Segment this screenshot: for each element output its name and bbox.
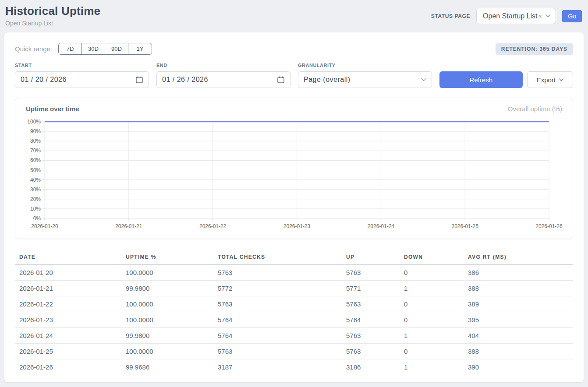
table-cell: 5764 (342, 312, 400, 328)
svg-text:2026-01-26: 2026-01-26 (535, 223, 563, 229)
quick-range-label: Quick range: (15, 45, 52, 53)
clear-selection-icon[interactable]: × (538, 12, 542, 20)
table-cell: 3186 (342, 359, 400, 375)
svg-text:10%: 10% (30, 206, 41, 212)
table-cell: 386 (464, 265, 573, 281)
table-row: 2026-01-25100.0000576357630388 (15, 344, 573, 359)
table-cell: 2026-01-25 (15, 344, 121, 359)
svg-text:70%: 70% (30, 148, 41, 154)
table-cell: 2026-01-26 (15, 359, 121, 375)
calendar-icon[interactable] (135, 76, 143, 84)
table-cell: 5763 (342, 328, 400, 344)
column-header: UPTIME % (121, 250, 213, 265)
table-cell: 5764 (213, 312, 342, 328)
table-cell: 100.0000 (121, 265, 213, 281)
table-row: 2026-01-2699.9686318731861390 (15, 359, 573, 375)
table-row: 2026-01-2499.9800576457631404 (15, 328, 573, 344)
table-cell: 2026-01-24 (15, 328, 121, 344)
export-button[interactable]: Export (527, 71, 573, 88)
table-cell: 0 (400, 344, 464, 359)
title-block: Historical Uptime Open Startup List (5, 4, 100, 27)
chart-legend-label: Overall uptime (%) (508, 105, 562, 113)
quick-range-30d[interactable]: 30D (82, 43, 105, 54)
chart-title: Uptime over time (26, 105, 79, 113)
column-header: DATE (15, 250, 121, 265)
table-cell: 100.0000 (121, 344, 213, 359)
svg-text:2026-01-22: 2026-01-22 (199, 223, 227, 229)
table-cell: 5763 (342, 344, 400, 359)
table-row: 2026-01-2199.9800577257711388 (15, 281, 573, 296)
table-cell: 2026-01-21 (15, 281, 121, 296)
retention-badge: RETENTION: 365 DAYS (496, 43, 573, 55)
status-page-value: Open Startup List (483, 12, 538, 20)
table-cell: 388 (464, 344, 573, 359)
table-cell: 2026-01-20 (15, 265, 121, 281)
quick-range-7d[interactable]: 7D (59, 43, 82, 54)
table-cell: 99.9800 (121, 328, 213, 344)
column-header: UP (342, 250, 400, 265)
end-date-input[interactable]: 01 / 26 / 2026 (156, 71, 290, 88)
page-title: Historical Uptime (5, 4, 100, 18)
svg-text:30%: 30% (30, 186, 41, 193)
svg-text:90%: 90% (30, 128, 41, 134)
end-date-value: 01 / 26 / 2026 (162, 76, 208, 84)
table-cell: 2026-01-22 (15, 296, 121, 312)
table-cell: 5763 (213, 296, 342, 312)
table-cell: 100.0000 (121, 312, 213, 328)
table-cell: 3187 (213, 359, 342, 375)
export-label: Export (537, 76, 556, 84)
quick-range-1y[interactable]: 1Y (128, 43, 152, 54)
page-subtitle: Open Startup List (5, 20, 100, 27)
uptime-line-chart: 0%10%20%30%40%50%60%70%80%90%100%2026-01… (26, 118, 563, 231)
quick-range-group: 7D30D90D1Y (58, 43, 152, 55)
page-header: Historical Uptime Open Startup List STAT… (0, 0, 588, 27)
table-row: 2026-01-23100.0000576457640395 (15, 312, 573, 328)
table-cell: 99.9686 (121, 359, 213, 375)
table-cell: 1 (400, 328, 464, 344)
table-cell: 0 (400, 312, 464, 328)
table-row: 2026-01-20100.0000576357630386 (15, 265, 573, 281)
chevron-down-icon (421, 78, 426, 81)
svg-text:2026-01-20: 2026-01-20 (31, 223, 58, 229)
start-label: START (15, 63, 149, 68)
table-cell: 5771 (342, 281, 400, 296)
column-header: AVG RT (MS) (464, 250, 573, 265)
start-date-field: START 01 / 20 / 2026 (15, 63, 149, 88)
svg-text:2026-01-23: 2026-01-23 (283, 223, 311, 229)
table-cell: 100.0000 (121, 296, 213, 312)
table-cell: 2026-01-23 (15, 312, 121, 328)
svg-text:2026-01-25: 2026-01-25 (451, 223, 478, 229)
table-cell: 5772 (213, 281, 342, 296)
header-controls: STATUS PAGE Open Startup List × Go (431, 8, 582, 24)
svg-text:40%: 40% (30, 177, 41, 183)
svg-text:0%: 0% (33, 215, 41, 222)
svg-text:2026-01-21: 2026-01-21 (115, 223, 142, 229)
uptime-chart-card: Uptime over time Overall uptime (%) 0%10… (15, 98, 573, 239)
status-page-label: STATUS PAGE (431, 13, 470, 19)
table-cell: 1 (400, 281, 464, 296)
main-panel: Quick range: 7D30D90D1Y RETENTION: 365 D… (4, 32, 584, 382)
go-button[interactable]: Go (562, 10, 582, 22)
column-header: DOWN (400, 250, 464, 265)
status-page-select[interactable]: Open Startup List × (476, 8, 556, 24)
table-cell: 389 (464, 296, 573, 312)
svg-text:80%: 80% (30, 138, 41, 144)
start-date-input[interactable]: 01 / 20 / 2026 (15, 71, 149, 88)
granularity-select[interactable]: Page (overall) (298, 71, 432, 88)
calendar-icon[interactable] (277, 76, 285, 84)
uptime-table: DATEUPTIME %TOTAL CHECKSUPDOWNAVG RT (MS… (15, 250, 573, 375)
table-row: 2026-01-22100.0000576357630389 (15, 296, 573, 312)
chevron-down-icon (545, 14, 550, 18)
quick-range-90d[interactable]: 90D (105, 43, 128, 54)
table-cell: 5763 (342, 296, 400, 312)
chart-header: Uptime over time Overall uptime (%) (26, 105, 562, 113)
table-cell: 404 (464, 328, 573, 344)
table-cell: 0 (400, 265, 464, 281)
granularity-label: GRANULARITY (298, 63, 432, 68)
table-cell: 5763 (213, 344, 342, 359)
table-cell: 5763 (213, 265, 342, 281)
refresh-button[interactable]: Refresh (439, 71, 523, 88)
table-cell: 99.9800 (121, 281, 213, 296)
filter-row: START 01 / 20 / 2026 END 01 / 26 / 2026 (15, 63, 573, 88)
column-header: TOTAL CHECKS (213, 250, 342, 265)
